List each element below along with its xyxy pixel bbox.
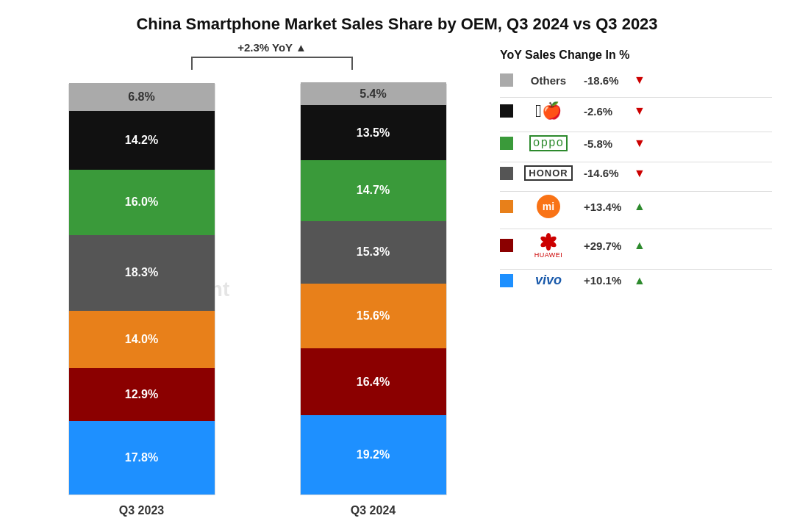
segment-honor-2024: 15.3% [301, 221, 446, 284]
legend-brand-oppo: oppo [519, 135, 578, 151]
up-arrow-vivo: ▲ [634, 274, 645, 287]
legend-item-xiaomi: mi +13.4% ▲ [500, 195, 772, 218]
bar-col-q3-2023: counterpoint 17.8% 12.9% 14.0% 18.3% 16.… [37, 84, 246, 517]
legend-brand-apple:  🍎 [519, 101, 578, 121]
divider-6 [500, 269, 772, 270]
down-arrow-oppo: ▼ [634, 137, 645, 150]
yoy-annotation: +2.3% YoY ▲ [66, 41, 478, 82]
apple-icon:  [535, 101, 542, 121]
segment-huawei-2023: 12.9% [69, 368, 215, 421]
stacked-bar-q3-2024: 19.2% 16.4% 15.6% 15.3% 14.7% 13.5% 5.4% [300, 84, 447, 495]
legend-change-honor: -14.6% [584, 167, 628, 179]
segment-oppo-2023: 16.0% [69, 170, 215, 236]
up-arrow-xiaomi: ▲ [634, 200, 645, 213]
legend-title: YoY Sales Change In % [500, 48, 772, 62]
legend-change-xiaomi: +13.4% [584, 201, 628, 213]
legend-change-vivo: +10.1% [584, 274, 628, 287]
legend-change-oppo: -5.8% [584, 137, 628, 150]
down-arrow-apple: ▼ [634, 104, 645, 118]
legend-color-honor [500, 167, 513, 180]
legend-brand-vivo: vivo [519, 273, 578, 288]
segment-huawei-2024: 16.4% [301, 348, 446, 416]
legend-section: YoY Sales Change In % Others -18.6% ▼  … [478, 41, 772, 517]
bar-label-q3-2023: Q3 2023 [119, 504, 164, 517]
divider-4 [500, 191, 772, 192]
bracket-top-line [191, 57, 353, 58]
oppo-logo: oppo [529, 135, 568, 151]
legend-color-apple [500, 104, 513, 118]
yoy-bracket: +2.3% YoY ▲ [191, 41, 353, 70]
legend-color-huawei [500, 239, 513, 252]
bar-label-q3-2024: Q3 2024 [351, 504, 396, 517]
huawei-flower-icon [537, 232, 560, 251]
huawei-logo: HUAWEI [534, 232, 563, 259]
legend-change-apple: -2.6% [584, 105, 628, 118]
down-arrow-honor: ▼ [634, 167, 645, 180]
chart-title: China Smartphone Market Sales Share by O… [22, 15, 772, 34]
legend-color-xiaomi [500, 200, 513, 213]
segment-honor-2023: 18.3% [69, 235, 215, 310]
segment-apple-2024: 13.5% [301, 105, 446, 161]
legend-change-huawei: +29.7% [584, 240, 628, 252]
bracket-lines [191, 57, 353, 70]
legend-item-oppo: oppo -5.8% ▼ [500, 135, 772, 151]
segment-xiaomi-2024: 15.6% [301, 284, 446, 348]
legend-brand-honor: HONOR [519, 165, 578, 181]
legend-color-others [500, 73, 513, 87]
legend-item-apple:  🍎 -2.6% ▼ [500, 101, 772, 121]
segment-vivo-2023: 17.8% [69, 421, 215, 495]
legend-item-others: Others -18.6% ▼ [500, 73, 772, 87]
legend-color-vivo [500, 274, 513, 287]
bars-section: +2.3% YoY ▲ counterpoint 17.8% 1 [22, 41, 478, 517]
divider-2 [500, 132, 772, 132]
bars-wrapper: counterpoint 17.8% 12.9% 14.0% 18.3% 16.… [22, 82, 478, 517]
legend-brand-xiaomi: mi [519, 195, 578, 218]
divider-5 [500, 229, 772, 229]
down-arrow-others: ▼ [634, 73, 645, 87]
legend-brand-others: Others [519, 74, 578, 87]
honor-logo: HONOR [524, 165, 572, 181]
stacked-bar-q3-2023: counterpoint 17.8% 12.9% 14.0% 18.3% 16.… [68, 84, 215, 495]
segment-others-2024: 5.4% [301, 82, 446, 104]
bar-col-q3-2024: 19.2% 16.4% 15.6% 15.3% 14.7% 13.5% 5.4% [268, 84, 478, 517]
divider-1 [500, 97, 772, 98]
mi-logo: mi [537, 195, 560, 218]
legend-change-others: -18.6% [584, 74, 628, 87]
legend-color-oppo [500, 137, 513, 150]
divider-3 [500, 162, 772, 162]
segment-others-2023: 6.8% [69, 83, 215, 111]
vivo-logo: vivo [535, 273, 562, 288]
yoy-label: +2.3% YoY ▲ [237, 41, 307, 54]
legend-item-honor: HONOR -14.6% ▼ [500, 165, 772, 181]
legend-brand-huawei: HUAWEI [519, 232, 578, 259]
up-arrow-huawei: ▲ [634, 239, 645, 252]
segment-oppo-2024: 14.7% [301, 160, 446, 220]
apple-logo: 🍎 [542, 101, 562, 121]
legend-item-vivo: vivo +10.1% ▲ [500, 273, 772, 288]
segment-vivo-2024: 19.2% [301, 415, 446, 495]
segment-xiaomi-2023: 14.0% [69, 311, 215, 368]
legend-item-huawei: HUAWEI +29.7% ▲ [500, 232, 772, 259]
huawei-text: HUAWEI [534, 251, 563, 259]
segment-apple-2023: 14.2% [69, 111, 215, 170]
